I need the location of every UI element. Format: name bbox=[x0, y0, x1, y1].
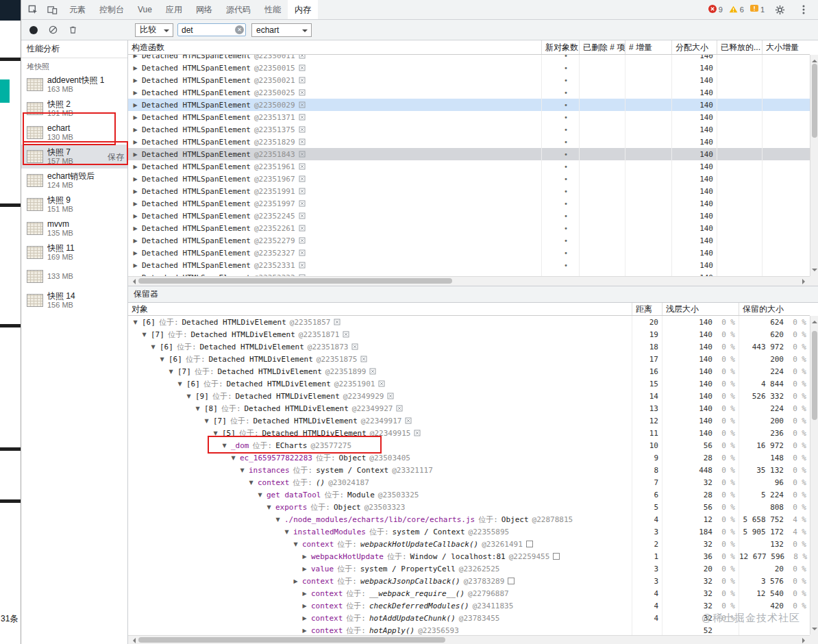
column-header-new-objects[interactable]: 新对象数 bbox=[541, 40, 579, 54]
devtools-tab[interactable]: 应用 bbox=[159, 0, 189, 19]
retainer-row[interactable]: ▶ webpackHotUpdate 位于: Window / localhos… bbox=[128, 550, 810, 562]
heap-object-row[interactable]: ▶ Detached HTMLSpanElement @22352261 • 1… bbox=[128, 222, 810, 234]
retainer-row[interactable]: ▼ ec_1659577822283 位于: Object @23503405 … bbox=[128, 451, 810, 464]
heap-object-row[interactable]: ▶ Detached HTMLSpanElement @22351843 • 1… bbox=[128, 148, 810, 160]
heap-object-row[interactable]: ▶ Detached HTMLSpanElement @22352333 • 1… bbox=[128, 271, 810, 276]
reveal-icon[interactable] bbox=[414, 430, 421, 436]
reveal-icon[interactable] bbox=[396, 405, 403, 412]
reveal-icon[interactable] bbox=[299, 225, 306, 232]
delete-snapshot-trash-button[interactable] bbox=[69, 25, 77, 34]
scroll-down-arrow[interactable] bbox=[812, 628, 817, 633]
retainer-row[interactable]: ▼ _dom 位于: ECharts @23577275 10 bbox=[128, 439, 810, 451]
reveal-icon[interactable] bbox=[360, 356, 367, 362]
expander-icon[interactable]: ▶ bbox=[132, 225, 138, 232]
snapshot-item[interactable]: echart销毁后 124 MB bbox=[21, 169, 127, 193]
scroll-left-arrow[interactable] bbox=[130, 279, 136, 284]
reveal-icon[interactable] bbox=[299, 249, 306, 256]
reveal-icon[interactable] bbox=[378, 380, 385, 387]
retainer-row[interactable]: ▼ [6] 位于: Detached HTMLDivElement @22351… bbox=[128, 377, 810, 390]
reveal-icon[interactable] bbox=[299, 126, 306, 133]
reveal-icon[interactable] bbox=[387, 393, 394, 399]
retainer-row[interactable]: ▼ context 位于: webpackHotUpdateCallback()… bbox=[128, 538, 810, 550]
reveal-icon[interactable] bbox=[369, 368, 376, 375]
reveal-icon[interactable] bbox=[351, 343, 358, 350]
vertical-scrollbar[interactable] bbox=[810, 316, 818, 635]
devtools-tab[interactable]: 网络 bbox=[189, 0, 219, 19]
column-header-object[interactable]: 对象 bbox=[128, 303, 632, 315]
expander-icon[interactable]: ▼ bbox=[195, 406, 201, 412]
column-header-retained-size[interactable]: 保留的大小 bbox=[739, 303, 810, 315]
expander-icon[interactable]: ▶ bbox=[132, 238, 138, 244]
expander-icon[interactable]: ▶ bbox=[132, 250, 138, 256]
reveal-icon[interactable] bbox=[405, 417, 412, 424]
expander-icon[interactable]: ▼ bbox=[203, 418, 210, 424]
expander-icon[interactable]: ▼ bbox=[132, 319, 138, 325]
snapshot-item[interactable]: 快照 9 151 MB bbox=[21, 193, 127, 216]
expander-icon[interactable]: ▼ bbox=[257, 492, 263, 498]
retainer-row[interactable]: ▶ value 位于: system / PropertyCell @23262… bbox=[128, 562, 810, 575]
settings-gear-button[interactable] bbox=[771, 1, 789, 18]
inspect-element-button[interactable] bbox=[24, 1, 42, 18]
heap-object-row[interactable]: ▶ Detached HTMLSpanElement @22351991 • 1… bbox=[128, 185, 810, 197]
reveal-icon[interactable] bbox=[343, 331, 349, 338]
retainer-row[interactable]: ▶ context 位于: webpackJsonpCallback() @23… bbox=[128, 575, 810, 587]
reveal-icon[interactable] bbox=[299, 89, 306, 96]
reveal-icon[interactable] bbox=[299, 200, 306, 207]
scroll-right-arrow[interactable] bbox=[802, 279, 808, 284]
function-source-icon[interactable] bbox=[553, 553, 560, 560]
retainer-row[interactable]: ▶ context 位于: hotApply() @22356593 bbox=[128, 624, 810, 635]
column-header-alloc-size[interactable]: 分配大小 bbox=[671, 40, 717, 54]
expander-icon[interactable]: ▶ bbox=[132, 201, 138, 207]
heap-object-row[interactable]: ▶ Detached HTMLSpanElement @22350011 • 1… bbox=[128, 55, 810, 62]
expander-icon[interactable]: ▶ bbox=[301, 603, 308, 609]
expander-icon[interactable]: ▼ bbox=[159, 356, 165, 362]
retainer-row[interactable]: ▼ [9] 位于: Detached HTMLDivElement @22349… bbox=[128, 390, 810, 402]
retainer-row[interactable]: ▼ [6] 位于: Detached HTMLDivElement @22351… bbox=[128, 353, 810, 365]
more-options-kebab-button[interactable] bbox=[795, 1, 813, 18]
clear-filter-icon[interactable]: ✕ bbox=[235, 25, 244, 34]
expander-icon[interactable]: ▼ bbox=[230, 455, 236, 461]
snapshot-item[interactable]: 快照 2 191 MB bbox=[21, 97, 127, 121]
function-source-icon[interactable] bbox=[508, 578, 515, 584]
heap-object-row[interactable]: ▶ Detached HTMLSpanElement @22351997 • 1… bbox=[128, 197, 810, 210]
heap-object-row[interactable]: ▶ Detached HTMLSpanElement @22351961 • 1… bbox=[128, 160, 810, 173]
expander-icon[interactable]: ▶ bbox=[132, 262, 138, 269]
expander-icon[interactable]: ▼ bbox=[150, 344, 156, 350]
scrollbar-thumb[interactable] bbox=[138, 637, 445, 643]
expander-icon[interactable]: ▶ bbox=[132, 77, 138, 84]
retainer-row[interactable]: ▼ [7] 位于: Detached HTMLDivElement @22351… bbox=[128, 365, 810, 377]
heap-object-row[interactable]: ▶ Detached HTMLSpanElement @22350025 • 1… bbox=[128, 86, 810, 99]
heap-object-row[interactable]: ▶ Detached HTMLSpanElement @22352331 • 1… bbox=[128, 259, 810, 271]
scroll-up-arrow[interactable] bbox=[812, 57, 817, 62]
snapshot-item[interactable]: addevent快照 1 163 MB bbox=[21, 73, 127, 97]
reveal-icon[interactable] bbox=[299, 114, 306, 121]
expander-icon[interactable]: ▼ bbox=[141, 332, 147, 338]
heap-object-row[interactable]: ▶ Detached HTMLSpanElement @22352327 • 1… bbox=[128, 247, 810, 259]
reveal-icon[interactable] bbox=[299, 163, 306, 170]
snapshot-item[interactable]: 快照 11 169 MB bbox=[21, 240, 127, 264]
expander-icon[interactable]: ▼ bbox=[239, 467, 245, 473]
expander-icon[interactable]: ▶ bbox=[132, 213, 138, 219]
scrollbar-thumb[interactable] bbox=[138, 278, 452, 284]
column-header-constructor[interactable]: 构造函数 bbox=[128, 40, 541, 54]
retainer-row[interactable]: ▼ [7] 位于: Detached HTMLDivElement @22351… bbox=[128, 328, 810, 340]
warning-count-badge[interactable]: 6 bbox=[729, 3, 744, 16]
heap-object-row[interactable]: ▶ Detached HTMLSpanElement @22350015 • 1… bbox=[128, 62, 810, 74]
expander-icon[interactable]: ▼ bbox=[284, 529, 290, 535]
expander-icon[interactable]: ▶ bbox=[301, 628, 308, 634]
expander-icon[interactable]: ▶ bbox=[132, 102, 138, 108]
retainer-row[interactable]: ▼ [8] 位于: Detached HTMLDivElement @22349… bbox=[128, 402, 810, 414]
expander-icon[interactable]: ▶ bbox=[132, 55, 138, 59]
expander-icon[interactable]: ▼ bbox=[266, 504, 272, 510]
expander-icon[interactable]: ▼ bbox=[168, 369, 174, 375]
devtools-tab[interactable]: 控制台 bbox=[92, 0, 131, 19]
expander-icon[interactable]: ▶ bbox=[132, 164, 138, 170]
save-snapshot-link[interactable]: 保存 bbox=[108, 151, 124, 162]
retainer-row[interactable]: ▼ exports 位于: Object @23503323 5 bbox=[128, 501, 810, 513]
column-header-distance[interactable]: 距离 bbox=[632, 303, 662, 315]
expander-icon[interactable]: ▶ bbox=[132, 65, 138, 71]
scrollbar-thumb[interactable] bbox=[812, 64, 817, 138]
reveal-icon[interactable] bbox=[299, 212, 306, 219]
reveal-icon[interactable] bbox=[299, 237, 306, 244]
snapshot-item[interactable]: echart 130 MB bbox=[21, 121, 127, 145]
